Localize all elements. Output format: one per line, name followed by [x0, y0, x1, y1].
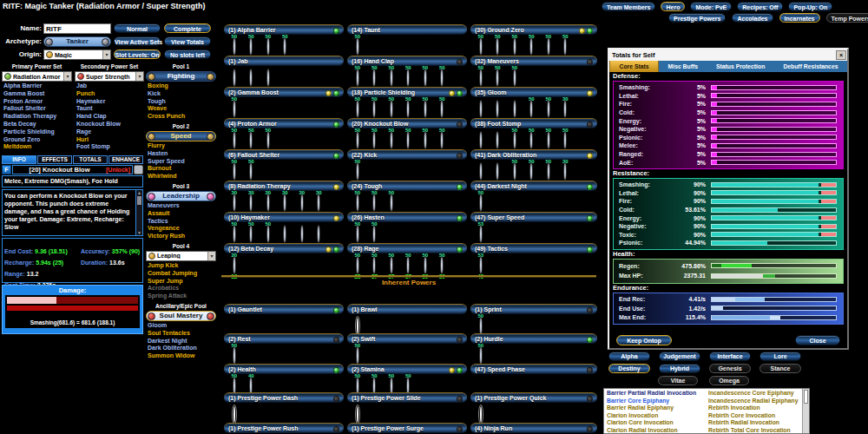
power-list-item-combat-jumping[interactable]: Combat Jumping: [146, 270, 216, 278]
archetype-spinner[interactable]: Tanker: [43, 36, 111, 47]
incarnate-judgement-button[interactable]: Judgement: [659, 352, 700, 361]
power-bar[interactable]: (1) Sprint: [470, 304, 597, 314]
power-list-item-boxing[interactable]: Boxing: [146, 82, 216, 90]
power-bar[interactable]: (10) Haymaker: [224, 212, 344, 222]
power-bar[interactable]: (2) Swift: [347, 333, 467, 344]
spinner-right-knob[interactable]: [207, 193, 214, 201]
power-bar[interactable]: (47) Speed Phase: [470, 364, 597, 374]
scroll-up-icon[interactable]: ▲: [136, 190, 142, 195]
power-list-item-hurl[interactable]: Hurl: [75, 136, 144, 144]
power-list-item-kick[interactable]: Kick: [146, 90, 216, 98]
tab-enhance[interactable]: ENHANCE: [108, 155, 143, 164]
power-bar[interactable]: (1) Gauntlet: [224, 304, 344, 314]
incarnate-option-rebirth-invocation[interactable]: Rebirth Invocation: [708, 404, 802, 412]
mode-pve-button[interactable]: Mode: PvE: [690, 2, 732, 11]
power-bar[interactable]: (49) Tactics: [470, 243, 597, 253]
incarnate-option-rebirth-radial-invocation[interactable]: Rebirth Radial Invocation: [708, 419, 802, 427]
power-list-item-alpha-barrier[interactable]: Alpha Barrier: [2, 82, 72, 90]
power-bar[interactable]: (1) Prestige Power Surge: [347, 423, 467, 433]
power-bar[interactable]: (26) Hasten: [347, 212, 467, 222]
power-bar[interactable]: (18) Particle Shielding: [347, 87, 467, 97]
power-list-item-whirlwind[interactable]: Whirlwind: [146, 173, 216, 181]
power-list-item-summon-widow[interactable]: Summon Widow: [146, 352, 216, 360]
power-list-item-gamma-boost[interactable]: Gamma Boost: [2, 90, 72, 98]
power-bar[interactable]: (47) Super Speed: [470, 212, 597, 222]
power-list-item-radiation-therapy[interactable]: Radiation Therapy: [2, 113, 72, 121]
keep-ontop-button[interactable]: Keep Ontop: [616, 335, 672, 345]
totals-tab-misc-buffs[interactable]: Misc Buffs: [659, 61, 707, 72]
complete-button[interactable]: Complete: [164, 23, 211, 33]
power-list-item-assault[interactable]: Assault: [146, 210, 216, 218]
power-bar[interactable]: (1) Prestige Power Slide: [347, 392, 467, 403]
power-list-item-proton-armor[interactable]: Proton Armor: [2, 98, 72, 106]
incarnate-lore-button[interactable]: Lore: [760, 352, 801, 361]
favorite-button[interactable]: F: [2, 165, 11, 174]
incarnate-omega-button[interactable]: Omega: [709, 376, 749, 385]
temp-powers-off-button[interactable]: Temp Powers (Off): [826, 13, 868, 23]
power-bar[interactable]: (12) Beta Decay: [224, 243, 344, 253]
power-list-item-foot-stomp[interactable]: Foot Stomp: [75, 143, 144, 151]
secondary-powerset-select[interactable]: Super Strength▾: [75, 71, 144, 82]
power-list-item-hasten[interactable]: Hasten: [146, 150, 216, 158]
power-list-item-tactics[interactable]: Tactics: [146, 218, 216, 226]
archetype-prev-knob[interactable]: [45, 38, 53, 46]
power-bar[interactable]: (38) Foot Stomp: [470, 118, 597, 128]
primary-powerset-select[interactable]: Radiation Armor▾: [2, 71, 72, 82]
spinner-right-knob[interactable]: [207, 133, 214, 141]
power-bar[interactable]: (1) Jab: [224, 56, 344, 66]
pool-select-speed[interactable]: Speed: [146, 131, 216, 141]
pool-select-leadership[interactable]: Leadership: [146, 191, 216, 201]
incarnate-option-clarion-core-invocation[interactable]: Clarion Core Invocation: [607, 419, 706, 427]
power-bar[interactable]: (41) Dark Obliteration: [470, 149, 597, 160]
power-list-item-rage[interactable]: Rage: [75, 128, 144, 136]
prestige-powers-button[interactable]: Prestige Powers: [668, 13, 726, 23]
archetype-next-knob[interactable]: [102, 38, 109, 46]
power-list-item-haymaker[interactable]: Haymaker: [75, 98, 144, 106]
hero-button[interactable]: Hero: [661, 2, 685, 11]
pool-select-soul-mastery[interactable]: Soul Mastery: [146, 311, 216, 321]
power-bar[interactable]: (16) Hand Clap: [347, 56, 467, 66]
incarnate-vitae-button[interactable]: Vitae: [658, 376, 698, 385]
power-bar[interactable]: (6) Fallout Shelter: [224, 149, 344, 160]
power-list-item-taunt[interactable]: Taunt: [75, 105, 144, 113]
incarnate-option-barrier-core-epiphany[interactable]: Barrier Core Epiphany: [607, 398, 706, 405]
close-icon[interactable]: ×: [836, 50, 846, 60]
power-list-item-fallout-shelter[interactable]: Fallout Shelter: [2, 105, 72, 113]
tab-info[interactable]: INFO: [2, 155, 36, 164]
totals-tab-debuff-resistances[interactable]: Debuff Resistances: [774, 61, 847, 72]
power-bar[interactable]: (2) Rest: [224, 333, 344, 344]
incarnate-option-rebirth-total-core-invocation[interactable]: Rebirth Total Core Invocation: [708, 427, 802, 434]
incarnate-option-barrier-partial-radial-invocation[interactable]: Barrier Partial Radial Invocation: [607, 390, 706, 398]
power-list-item-vengeance[interactable]: Vengeance: [146, 225, 216, 233]
power-bar[interactable]: (4) Ninja Run: [470, 423, 597, 433]
spinner-left-knob[interactable]: [148, 73, 155, 81]
recipes-off-button[interactable]: Recipes: Off: [737, 2, 783, 11]
accolades-button[interactable]: Accolades: [732, 13, 773, 23]
power-bar[interactable]: (30) Ground Zero: [470, 24, 597, 35]
power-bar[interactable]: (1) Alpha Barrier: [224, 24, 344, 35]
incarnate-option-clarion-invocation[interactable]: Clarion Invocation: [607, 412, 706, 420]
power-bar[interactable]: (44) Darkest Night: [470, 181, 597, 191]
power-list-item-jab[interactable]: Jab: [75, 82, 144, 90]
power-list-item-jump-kick[interactable]: Jump Kick: [146, 262, 216, 270]
power-bar[interactable]: (35) Gloom: [470, 87, 597, 97]
unlock-label[interactable]: [Unlock]: [106, 167, 130, 173]
incarnate-option-clarion-radial-invocation[interactable]: Clarion Radial Invocation: [607, 427, 706, 434]
power-bar[interactable]: (1) Prestige Power Quick: [470, 392, 597, 403]
power-list-item-burnout[interactable]: Burnout: [146, 165, 216, 173]
pool-select-fighting[interactable]: Fighting: [146, 71, 216, 82]
pool-select-leaping[interactable]: Leaping▾: [146, 251, 216, 261]
incarnate-hybrid-button[interactable]: Hybrid: [659, 364, 700, 373]
view-active-sets-button[interactable]: View Active Sets: [114, 36, 161, 46]
power-list-item-meltdown[interactable]: Meltdown: [2, 143, 72, 151]
power-bar[interactable]: (20) Knockout Blow: [347, 118, 467, 128]
power-bar[interactable]: (2) Gamma Boost: [224, 87, 344, 97]
incarnate-stance-button[interactable]: Stance: [760, 364, 801, 373]
slot-levels-on-button[interactable]: Slot Levels: On: [114, 49, 161, 59]
power-list-item-spring-attack[interactable]: Spring Attack: [146, 293, 216, 300]
power-list-item-victory-rush[interactable]: Victory Rush: [146, 233, 216, 240]
power-list-item-flurry[interactable]: Flurry: [146, 142, 216, 150]
spinner-right-knob[interactable]: [207, 73, 214, 81]
power-bar[interactable]: (24) Tough: [347, 181, 467, 191]
power-bar[interactable]: (22) Kick: [347, 149, 467, 160]
